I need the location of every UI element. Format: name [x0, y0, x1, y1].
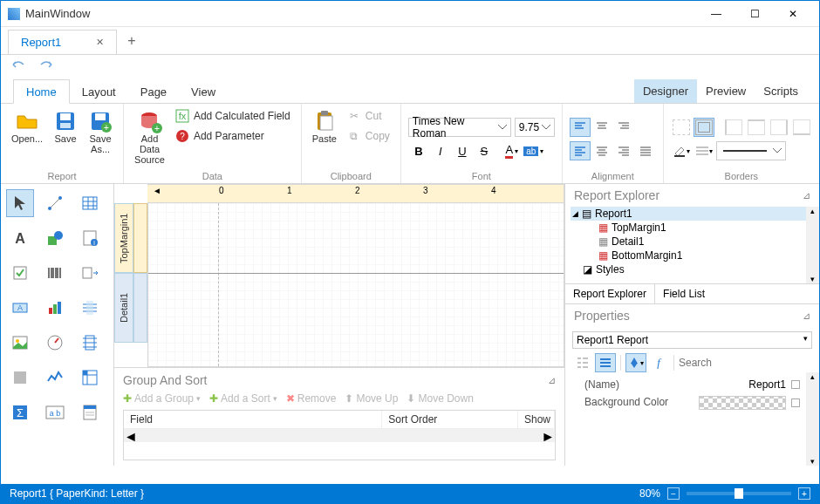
cut-button[interactable]: ✂Cut — [344, 107, 393, 125]
align-left-button[interactable] — [570, 141, 591, 160]
prop-value[interactable]: Report1 — [748, 378, 786, 391]
document-tab[interactable]: Report1 ✕ — [8, 30, 117, 54]
strike-button[interactable]: S — [474, 141, 495, 160]
tree-node-styles[interactable]: ◪Styles — [571, 262, 814, 276]
zoom-in-button[interactable]: + — [798, 487, 810, 500]
align-top-right-button[interactable] — [613, 118, 634, 137]
add-sort-button[interactable]: ✚Add a Sort▾ — [209, 392, 277, 405]
tab-field-list[interactable]: Field List — [655, 284, 713, 303]
character-comb-tool[interactable]: A — [6, 294, 34, 322]
property-row[interactable]: Background Color — [572, 393, 812, 412]
add-param-button[interactable]: ?Add Parameter — [172, 127, 294, 145]
pagebreak-tool[interactable] — [76, 259, 104, 287]
prop-marker-icon[interactable] — [791, 398, 800, 407]
sum-tool[interactable]: Σ — [6, 398, 34, 426]
border-bottom-button[interactable] — [791, 118, 812, 137]
pointer-tool[interactable] — [6, 189, 34, 217]
categorized-button[interactable] — [572, 353, 593, 372]
color-swatch[interactable] — [699, 396, 786, 410]
save-as-button[interactable]: +SaveAs... — [85, 107, 116, 156]
add-data-source-button[interactable]: +Add DataSource — [131, 107, 168, 167]
shape-tool[interactable] — [41, 224, 69, 252]
tree-node-topmargin[interactable]: ▦TopMargin1 — [571, 221, 814, 235]
checkbox-tool[interactable] — [6, 259, 34, 287]
align-top-center-button[interactable] — [591, 118, 612, 137]
crossband-tool[interactable] — [76, 294, 104, 322]
align-center-button[interactable] — [591, 141, 612, 160]
zipcode-tool[interactable]: a b — [41, 398, 69, 426]
zoom-slider-thumb[interactable] — [735, 488, 743, 499]
v-scrollbar[interactable]: ▴▾ — [806, 207, 819, 283]
align-top-left-button[interactable] — [570, 118, 591, 137]
maximize-button[interactable]: ☐ — [735, 2, 774, 26]
tree-node-bottommargin[interactable]: ▦BottomMargin1 — [571, 249, 814, 262]
label-tool[interactable]: A — [6, 224, 34, 252]
mode-preview[interactable]: Preview — [697, 79, 755, 103]
property-object-select[interactable]: Report1 Report▾ — [572, 331, 812, 349]
band-collapse-detail[interactable] — [133, 273, 147, 343]
sparkline-tool[interactable] — [41, 364, 69, 392]
chart-tool[interactable] — [41, 294, 69, 322]
backcolor-button[interactable]: ab▾ — [523, 141, 544, 160]
add-group-button[interactable]: ✚Add a Group▾ — [123, 392, 201, 405]
pin-icon[interactable]: ⊿ — [803, 190, 810, 201]
font-size-select[interactable]: 9.75 — [515, 118, 555, 137]
gauge-tool[interactable] — [41, 329, 69, 357]
pin-icon[interactable]: ⊿ — [803, 310, 810, 322]
move-up-button[interactable]: ⬆Move Up — [345, 392, 398, 405]
pin-icon[interactable]: ⊿ — [548, 375, 556, 386]
report-explorer-tree[interactable]: ◢▤Report1 ▦TopMargin1 ▦Detail1 ▦BottomMa… — [565, 207, 819, 283]
property-grid[interactable]: (Name) Report1 Background Color ▴▾ — [565, 372, 819, 466]
tab-report-explorer[interactable]: Report Explorer — [565, 284, 655, 303]
events-button[interactable]: f — [648, 353, 669, 372]
border-top-button[interactable] — [746, 118, 767, 137]
align-right-button[interactable] — [613, 141, 634, 160]
align-justify-button[interactable] — [635, 141, 656, 160]
richtext-tool[interactable]: i — [76, 224, 104, 252]
line-tool[interactable] — [41, 189, 69, 217]
ribbon-tab-home[interactable]: Home — [13, 79, 70, 104]
col-showheader[interactable]: Show — [518, 411, 555, 428]
save-button[interactable]: Save — [50, 107, 81, 146]
report-canvas[interactable] — [147, 203, 564, 367]
band-label-topmargin[interactable]: TopMargin1 — [114, 203, 133, 273]
move-down-button[interactable]: ⬇Move Down — [407, 392, 473, 405]
v-scrollbar[interactable]: ▴▾ — [806, 372, 819, 466]
col-field[interactable]: Field — [124, 411, 382, 428]
add-tab-button[interactable]: + — [117, 28, 146, 54]
tree-node-root[interactable]: ◢▤Report1 — [571, 207, 814, 221]
barcode-tool[interactable] — [41, 259, 69, 287]
favorites-button[interactable]: ▾ — [625, 353, 646, 372]
redo-button[interactable] — [39, 58, 53, 73]
bold-button[interactable]: B — [408, 141, 429, 160]
minimize-button[interactable]: — — [697, 2, 735, 26]
font-family-select[interactable]: Times New Roman — [408, 118, 511, 137]
italic-button[interactable]: I — [430, 141, 451, 160]
h-scrollbar[interactable]: ◄► — [124, 429, 555, 442]
table-tool[interactable] — [76, 189, 104, 217]
close-tab-icon[interactable]: ✕ — [96, 37, 104, 48]
zoom-out-button[interactable]: − — [667, 487, 680, 500]
border-width-button[interactable]: ▾ — [694, 141, 714, 160]
border-none-button[interactable] — [671, 118, 692, 137]
band-collapse-topmargin[interactable] — [133, 203, 147, 273]
mode-designer[interactable]: Designer — [634, 79, 697, 103]
close-button[interactable]: ✕ — [774, 2, 812, 26]
forecolor-button[interactable]: A▾ — [502, 141, 523, 160]
band-divider[interactable] — [148, 273, 564, 274]
subreport-tool[interactable] — [76, 398, 104, 426]
undo-button[interactable] — [11, 58, 25, 73]
panel-tool[interactable] — [6, 364, 34, 392]
ribbon-tab-layout[interactable]: Layout — [70, 80, 128, 103]
tree-node-detail[interactable]: ▦Detail1 — [571, 235, 814, 249]
picture-tool[interactable] — [6, 329, 34, 357]
mode-scripts[interactable]: Scripts — [755, 79, 807, 103]
pivot-tool[interactable] — [76, 364, 104, 392]
property-row[interactable]: (Name) Report1 — [572, 376, 812, 393]
border-right-button[interactable] — [769, 118, 789, 137]
copy-button[interactable]: ⧉Copy — [344, 127, 393, 145]
design-surface[interactable]: TopMargin1 Detail1 ◄ 0 1 2 3 4 — [114, 184, 564, 367]
remove-button[interactable]: ✖Remove — [286, 392, 337, 405]
underline-button[interactable]: U — [452, 141, 473, 160]
border-all-button[interactable] — [694, 118, 714, 137]
